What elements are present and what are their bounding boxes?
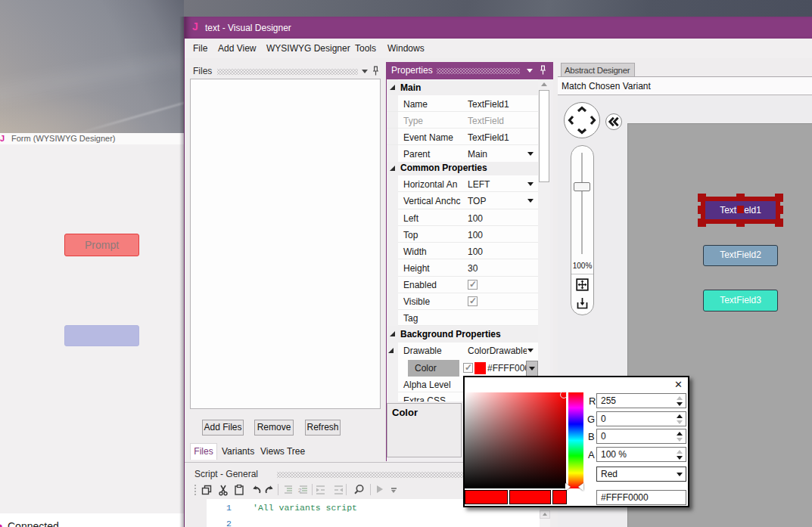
svg-text:2: 2 [298, 487, 302, 494]
